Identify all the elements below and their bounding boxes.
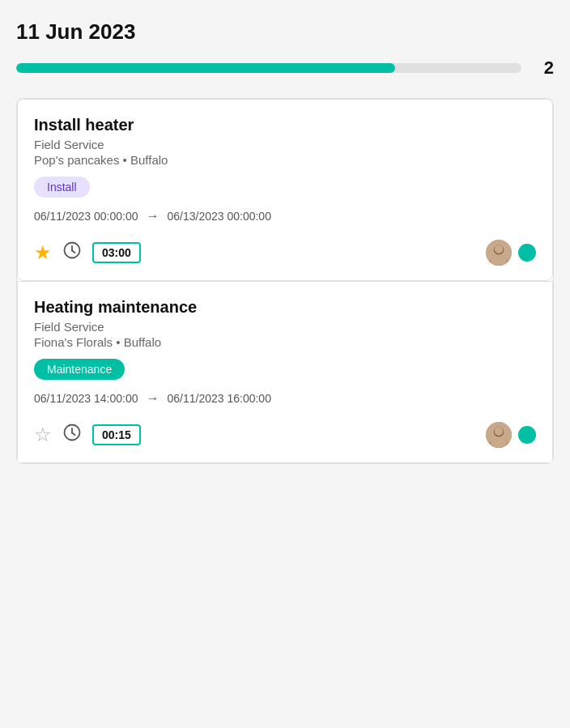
task-tag-2: Maintenance (34, 359, 125, 380)
avatar-group-2 (484, 420, 536, 449)
avatar-group-1 (484, 238, 536, 267)
arrow-icon-1: → (146, 209, 159, 224)
progress-bar-fill (16, 63, 395, 73)
task-footer-1: ★ 03:00 (34, 238, 536, 267)
task-location-2: Fiona's Florals • Buffalo (34, 335, 536, 349)
time-badge-1: 03:00 (92, 242, 141, 263)
task-list: Install heater Field Service Pop's panca… (16, 98, 554, 464)
svg-point-14 (495, 427, 504, 436)
clock-icon-1 (63, 241, 81, 264)
task-title-2: Heating maintenance (34, 298, 536, 317)
task-card-2[interactable]: Heating maintenance Field Service Fiona'… (17, 281, 553, 463)
task-location-1: Pop's pancakes • Buffalo (34, 153, 536, 167)
progress-count: 2 (534, 57, 554, 79)
svg-line-2 (72, 251, 75, 253)
task-date-range-1: 06/11/2023 00:00:00 → 06/13/2023 00:00:0… (34, 209, 536, 224)
star-icon-1[interactable]: ★ (34, 241, 52, 264)
arrow-icon-2: → (146, 391, 159, 406)
task-category-2: Field Service (34, 320, 536, 334)
task-category-1: Field Service (34, 138, 536, 151)
task-title-1: Install heater (34, 116, 536, 134)
task-footer-2: ☆ 00:15 (34, 420, 536, 449)
task-date-range-2: 06/11/2023 14:00:00 → 06/11/2023 16:00:0… (34, 391, 536, 406)
svg-line-10 (72, 433, 75, 436)
svg-point-6 (495, 245, 504, 253)
date-header: 11 Jun 2023 (16, 19, 554, 45)
avatar-1 (484, 238, 513, 267)
date-start-1: 06/11/2023 00:00:00 (34, 210, 138, 223)
progress-bar-track (16, 63, 521, 73)
status-dot-2 (518, 426, 536, 444)
status-dot-1 (518, 244, 536, 262)
date-start-2: 06/11/2023 14:00:00 (34, 392, 138, 405)
svg-point-7 (490, 255, 507, 267)
task-tag-1: Install (34, 177, 90, 198)
task-card-1[interactable]: Install heater Field Service Pop's panca… (17, 99, 553, 281)
avatar-2 (484, 420, 513, 449)
time-badge-2: 00:15 (92, 424, 141, 445)
star-icon-2[interactable]: ☆ (34, 424, 52, 446)
date-end-1: 06/13/2023 00:00:00 (167, 210, 270, 223)
date-end-2: 06/11/2023 16:00:00 (167, 392, 270, 405)
svg-point-15 (490, 437, 507, 449)
clock-icon-2 (63, 424, 81, 446)
progress-bar-container: 2 (16, 57, 554, 79)
